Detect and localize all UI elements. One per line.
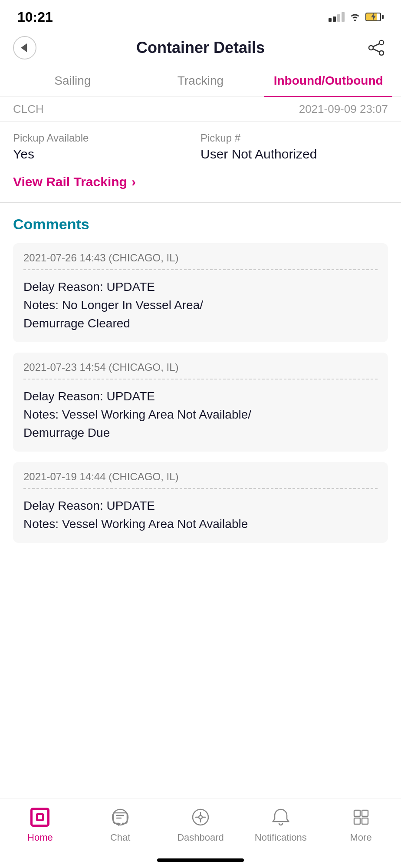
tab-inbound-outbound[interactable]: Inbound/Outbound <box>264 65 392 96</box>
notifications-icon <box>270 806 292 828</box>
svg-rect-8 <box>354 810 360 816</box>
comments-list: 2021-07-26 14:43 (CHICAGO, IL)Delay Reas… <box>13 243 388 543</box>
home-indicator <box>157 858 244 862</box>
pickup-number-label: Pickup # <box>200 132 388 144</box>
page-title: Container Details <box>136 39 265 57</box>
home-icon <box>29 806 51 828</box>
status-icons <box>329 12 384 22</box>
svg-rect-11 <box>362 818 368 824</box>
comment-body: Delay Reason: UPDATE Notes: Vessel Worki… <box>13 489 388 543</box>
chat-icon <box>109 806 131 828</box>
comment-card: 2021-07-19 14:44 (CHICAGO, IL)Delay Reas… <box>13 462 388 543</box>
signal-icon <box>329 12 345 22</box>
svg-line-4 <box>373 49 379 52</box>
nav-label-notifications: Notifications <box>255 832 307 843</box>
nav-label-dashboard: Dashboard <box>177 832 224 843</box>
nav-label-more: More <box>350 832 372 843</box>
partial-row: CLCH 2021-09-09 23:07 <box>0 97 401 122</box>
rail-tracking-text: View Rail Tracking <box>13 175 127 189</box>
comment-card: 2021-07-23 14:54 (CHICAGO, IL)Delay Reas… <box>13 353 388 452</box>
more-icon <box>350 806 372 828</box>
wifi-icon <box>349 13 361 21</box>
rail-tracking-link[interactable]: View Rail Tracking › <box>0 166 401 202</box>
pickup-available-label: Pickup Available <box>13 132 200 144</box>
nav-label-chat: Chat <box>110 832 130 843</box>
comment-body: Delay Reason: UPDATE Notes: Vessel Worki… <box>13 380 388 452</box>
comment-timestamp: 2021-07-26 14:43 (CHICAGO, IL) <box>13 243 388 269</box>
back-chevron-icon <box>21 43 27 52</box>
svg-rect-10 <box>354 818 360 824</box>
comments-title: Comments <box>13 216 388 233</box>
svg-point-7 <box>199 815 202 819</box>
nav-item-dashboard[interactable]: Dashboard <box>161 806 241 843</box>
comments-section: Comments 2021-07-26 14:43 (CHICAGO, IL)D… <box>0 203 401 543</box>
nav-label-home: Home <box>27 832 53 843</box>
pickup-available-value: Yes <box>13 147 200 162</box>
pickup-number-block: Pickup # User Not Authorized <box>200 132 388 162</box>
rail-tracking-chevron-icon: › <box>131 175 136 189</box>
share-icon <box>367 38 386 57</box>
comment-card: 2021-07-26 14:43 (CHICAGO, IL)Delay Reas… <box>13 243 388 342</box>
status-time: 10:21 <box>17 9 53 25</box>
partial-right: 2021-09-09 23:07 <box>299 102 388 116</box>
comment-timestamp: 2021-07-23 14:54 (CHICAGO, IL) <box>13 353 388 379</box>
dashboard-icon <box>189 806 212 828</box>
share-button[interactable] <box>365 36 388 59</box>
back-button[interactable] <box>13 36 36 59</box>
svg-point-0 <box>379 40 384 45</box>
svg-line-3 <box>373 44 379 47</box>
tab-bar: Sailing Tracking Inbound/Outbound <box>0 65 401 97</box>
nav-item-chat[interactable]: Chat <box>80 806 161 843</box>
pickup-available-block: Pickup Available Yes <box>13 132 200 162</box>
pickup-number-value: User Not Authorized <box>200 147 388 162</box>
battery-icon <box>365 13 384 21</box>
tab-tracking[interactable]: Tracking <box>137 65 265 96</box>
header: Container Details <box>0 30 401 65</box>
nav-item-home[interactable]: Home <box>0 806 80 843</box>
comment-timestamp: 2021-07-19 14:44 (CHICAGO, IL) <box>13 462 388 488</box>
svg-point-6 <box>193 809 208 825</box>
status-bar: 10:21 <box>0 0 401 30</box>
scroll-content: CLCH 2021-09-09 23:07 Pickup Available Y… <box>0 97 401 631</box>
comment-body: Delay Reason: UPDATE Notes: No Longer In… <box>13 270 388 342</box>
bottom-nav: Home Chat Dashboard <box>0 799 401 868</box>
partial-left: CLCH <box>13 102 44 116</box>
svg-point-2 <box>369 46 373 50</box>
pickup-info: Pickup Available Yes Pickup # User Not A… <box>0 122 401 166</box>
svg-point-5 <box>112 809 128 825</box>
svg-rect-9 <box>362 810 368 816</box>
nav-item-more[interactable]: More <box>321 806 401 843</box>
nav-item-notifications[interactable]: Notifications <box>240 806 321 843</box>
svg-point-1 <box>379 51 384 55</box>
tab-sailing[interactable]: Sailing <box>9 65 137 96</box>
